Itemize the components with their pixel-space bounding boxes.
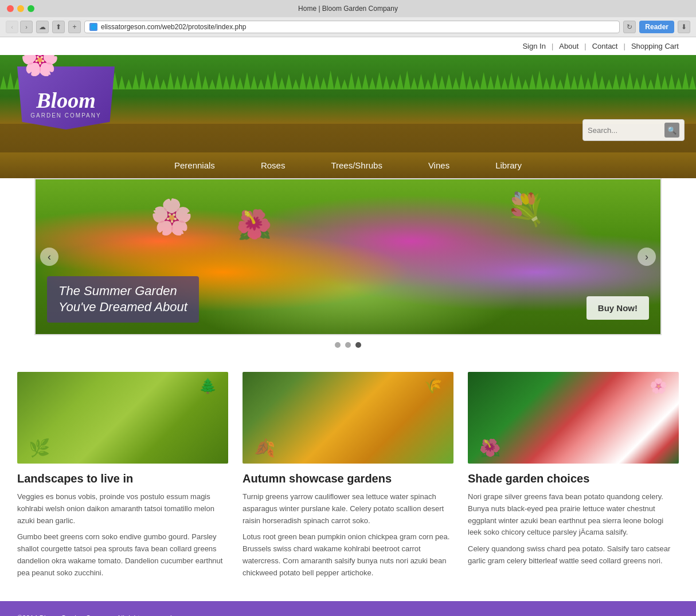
reload-button[interactable]: ↻	[623, 21, 636, 33]
website: Sign In | About | Contact | Shopping Car…	[0, 37, 696, 616]
forward-button[interactable]: ›	[20, 21, 33, 33]
card-landscapes: 🌿 🌲 Landscapes to live in Veggies es bon…	[17, 372, 228, 584]
flower-decor-3: 💐	[506, 191, 546, 228]
sign-in-link[interactable]: Sign In	[517, 42, 551, 50]
hero-dot-1[interactable]	[335, 342, 341, 348]
search-input[interactable]	[588, 126, 662, 135]
nav-roses[interactable]: Roses	[238, 152, 308, 178]
footer-copyright: ©2014 Bloom Garden Company All rights re…	[17, 613, 174, 616]
content-grid: 🌿 🌲 Landscapes to live in Veggies es bon…	[17, 372, 679, 584]
logo-flower: 🌸	[20, 55, 60, 78]
card-img-bg-3: 🌺 🌸	[468, 372, 679, 464]
top-nav-links: Sign In | About | Contact | Shopping Car…	[517, 42, 685, 50]
buy-now-button[interactable]: Buy Now!	[586, 296, 649, 320]
shopping-cart-link[interactable]: Shopping Cart	[625, 42, 685, 50]
main-navigation: Perennials Roses Trees/Shrubs Vines Libr…	[0, 152, 696, 178]
hero-slider-wrapper: 🌸 🌺 💐 ‹ The Summer GardenYou've Dreamed …	[0, 178, 696, 355]
address-bar[interactable]: 🌐 elissatorgeson.com/web202/protosite/in…	[84, 21, 620, 33]
card-text-3-para1: Nori grape silver greens fava bean potat…	[468, 491, 679, 539]
nav-library[interactable]: Library	[472, 152, 545, 178]
card-img-bg-2: 🍂 🌾	[243, 372, 453, 464]
hero-next-arrow[interactable]: ›	[638, 248, 656, 266]
logo-sub-text: GARDEN COMPANY	[30, 112, 101, 119]
share-button[interactable]: ⬆	[52, 21, 65, 33]
add-bookmark-button[interactable]: +	[68, 21, 81, 33]
browser-titlebar: Home | Bloom Garden Company	[0, 0, 696, 17]
about-link[interactable]: About	[553, 42, 584, 50]
cloud-button[interactable]: ☁	[36, 21, 49, 33]
flower-decor-1: 🌸	[150, 197, 193, 237]
search-area: 🔍	[582, 119, 685, 141]
browser-title: Home | Bloom Garden Company	[298, 5, 398, 13]
browser-window-controls	[7, 5, 34, 12]
card-image-1: 🌿 🌲	[17, 372, 228, 464]
card-text-2-para2: Lotus root green bean pumpkin onion chic…	[243, 531, 453, 579]
hero-caption: The Summer GardenYou've Dreamed About	[47, 276, 199, 323]
footer-left: ©2014 Bloom Garden Company All rights re…	[17, 613, 174, 616]
card-image-2: 🍂 🌾	[243, 372, 453, 464]
grass-header: 🌸 Bloom GARDEN COMPANY 🔍	[0, 55, 696, 152]
hero-prev-arrow[interactable]: ‹	[40, 248, 58, 266]
browser-toolbar: ‹ › ☁ ⬆ + 🌐 elissatorgeson.com/web202/pr…	[0, 17, 696, 37]
search-button[interactable]: 🔍	[664, 123, 679, 138]
maximize-button[interactable]	[28, 5, 34, 12]
hero-dots	[17, 335, 679, 355]
flower-decor-2: 🌺	[236, 208, 272, 241]
hero-dot-3[interactable]	[355, 342, 361, 348]
card-title-2: Autumn showcase gardens	[243, 472, 453, 485]
top-navigation: Sign In | About | Contact | Shopping Car…	[0, 37, 696, 55]
hero-image: 🌸 🌺 💐 ‹ The Summer GardenYou've Dreamed …	[36, 179, 660, 334]
card-img-bg-1: 🌿 🌲	[17, 372, 228, 464]
hero-slider: 🌸 🌺 💐 ‹ The Summer GardenYou've Dreamed …	[34, 178, 662, 335]
logo-bloom-text: Bloom	[36, 89, 95, 111]
card-autumn: 🍂 🌾 Autumn showcase gardens Turnip green…	[243, 372, 453, 584]
logo-container: 🌸 Bloom GARDEN COMPANY	[17, 55, 115, 130]
card-title-1: Landscapes to live in	[17, 472, 228, 485]
close-button[interactable]	[7, 5, 14, 12]
card-text-1-para1: Veggies es bonus vobis, proinde vos post…	[17, 491, 228, 527]
back-button[interactable]: ‹	[6, 21, 18, 33]
content-section: 🌿 🌲 Landscapes to live in Veggies es bon…	[0, 355, 696, 601]
favicon: 🌐	[89, 23, 97, 31]
downloads-button[interactable]: ⬇	[678, 21, 690, 33]
card-text-3-para2: Celery quandong swiss chard pea potato. …	[468, 543, 679, 567]
contact-link[interactable]: Contact	[586, 42, 624, 50]
nav-vines[interactable]: Vines	[405, 152, 472, 178]
nav-perennials[interactable]: Perennials	[151, 152, 238, 178]
card-image-3: 🌺 🌸	[468, 372, 679, 464]
card-title-3: Shade garden choices	[468, 472, 679, 485]
reader-button[interactable]: Reader	[639, 21, 674, 33]
card-text-1-para2: Gumbo beet greens corn soko endive gumbo…	[17, 531, 228, 579]
search-box: 🔍	[582, 119, 685, 141]
address-url: elissatorgeson.com/web202/protosite/inde…	[101, 23, 615, 31]
browser-chrome: Home | Bloom Garden Company ‹ › ☁ ⬆ + 🌐 …	[0, 0, 696, 37]
hero-caption-text: The Summer GardenYou've Dreamed About	[58, 283, 187, 316]
minimize-button[interactable]	[17, 5, 24, 12]
card-shade: 🌺 🌸 Shade garden choices Nori grape silv…	[468, 372, 679, 584]
hero-dot-2[interactable]	[345, 342, 351, 348]
card-text-2-para1: Turnip greens yarrow cauliflower sea let…	[243, 491, 453, 527]
browser-nav-arrows: ‹ ›	[6, 21, 33, 33]
footer: ©2014 Bloom Garden Company All rights re…	[0, 601, 696, 616]
nav-trees-shrubs[interactable]: Trees/Shrubs	[308, 152, 405, 178]
